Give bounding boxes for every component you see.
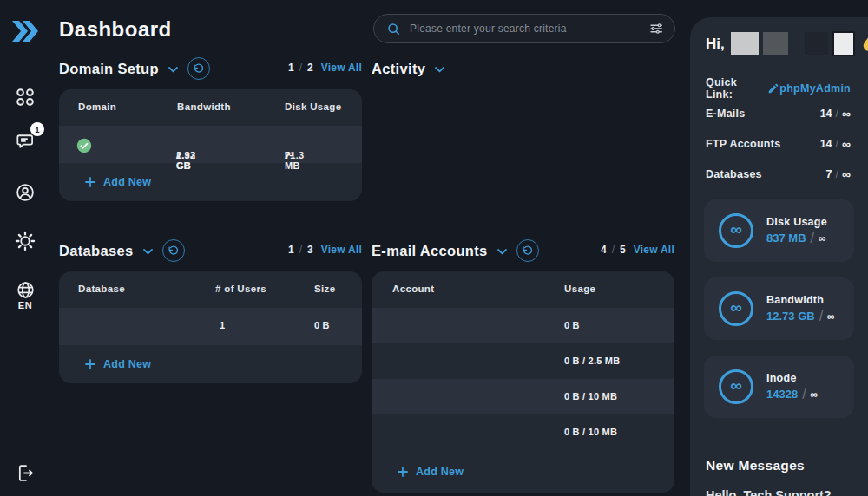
activity-collapse-toggle[interactable]	[435, 64, 444, 73]
stat-total-infinity: ∞	[842, 167, 851, 181]
stat-row-databases: Databases 7 / ∞	[706, 167, 851, 181]
stat-sep: /	[836, 168, 838, 180]
sidebar-item-settings[interactable]	[13, 229, 37, 253]
page-title: Dashboard	[59, 17, 172, 42]
redacted-username-block	[731, 32, 759, 55]
domain-setup-collapse-toggle[interactable]	[168, 64, 178, 73]
page-separator: /	[612, 244, 615, 256]
db-users-cell: 1	[220, 320, 225, 330]
email-add-new-button[interactable]: Add New	[372, 450, 674, 493]
email-accounts-title: E-mail Accounts	[372, 243, 488, 259]
databases-collapse-toggle[interactable]	[143, 246, 153, 255]
activity-header: Activity	[372, 57, 674, 80]
domain-setup-pagination: 1 / 2 View All	[288, 62, 362, 74]
redacted-username-block	[805, 32, 828, 55]
page-separator: /	[299, 62, 302, 74]
domain-setup-view-all-link[interactable]: View All	[321, 62, 362, 74]
inode-card: ∞ Inode 14328 / ∞	[704, 356, 854, 418]
message-preview[interactable]: Hello, Tech Support?	[706, 488, 832, 496]
domain-setup-header: Domain Setup 1 / 2 View All	[59, 57, 362, 80]
apps-grid-icon	[14, 86, 36, 108]
usage-card-value-line: 12.73 GB / ∞	[766, 309, 835, 324]
quick-link-label-wrap: Quick Link:	[706, 76, 779, 101]
sidebar-item-account[interactable]	[13, 180, 37, 205]
phpmyadmin-link[interactable]: phpMyAdmin	[779, 82, 851, 95]
sidebar-item-messages[interactable]: 1	[13, 128, 37, 153]
stat-used: 14	[820, 138, 832, 150]
stat-value: 7 / ∞	[826, 167, 851, 181]
double-chevron-logo-icon	[11, 16, 39, 46]
waving-hand-icon	[861, 36, 868, 53]
email-accounts-header: E-mail Accounts 4 / 5 View All	[372, 239, 674, 262]
page-total: 3	[307, 244, 313, 256]
language-label: EN	[13, 300, 37, 310]
usage-value: 14328	[766, 388, 798, 401]
chevron-down-icon	[168, 67, 178, 73]
stat-sep: /	[836, 108, 838, 120]
usage-card-text: Disk Usage 837 MB / ∞	[766, 216, 827, 246]
domain-setup-refresh-button[interactable]	[187, 57, 210, 80]
sidebar-item-apps[interactable]	[13, 85, 37, 109]
db-size-cell: 0 B	[314, 320, 330, 330]
stat-label: E-Mails	[706, 108, 746, 120]
email-accounts-refresh-button[interactable]	[516, 239, 539, 262]
unread-count-badge: 1	[30, 122, 44, 136]
chevron-down-icon	[497, 249, 507, 255]
quick-link-label: Quick Link:	[706, 76, 760, 101]
stat-sep: /	[836, 138, 838, 150]
redacted-username-block	[832, 31, 855, 56]
greeting-row: Hi,	[706, 31, 868, 56]
email-table-row[interactable]: 0 B / 2.5 MB	[372, 343, 674, 379]
domain-add-new-button[interactable]: Add New	[59, 163, 362, 201]
usage-card-title: Bandwidth	[766, 294, 835, 306]
databases-refresh-button[interactable]	[162, 239, 185, 262]
activity-title: Activity	[372, 61, 425, 77]
col-size: Size	[314, 284, 335, 294]
stat-label: FTP Accounts	[706, 138, 780, 150]
databases-view-all-link[interactable]: View All	[321, 244, 362, 256]
disk-total-infinity: ∞	[285, 147, 293, 160]
usage-total-infinity: ∞	[827, 310, 835, 323]
usage-card-text: Inode 14328 / ∞	[766, 372, 818, 402]
email-accounts-view-all-link[interactable]: View All	[634, 244, 674, 256]
usage-value: 12.73 GB	[766, 310, 815, 323]
domain-setup-title: Domain Setup	[59, 61, 159, 77]
search-filter-button[interactable]	[648, 21, 664, 36]
col-bandwidth: Bandwidth	[177, 101, 231, 112]
page-separator: /	[299, 244, 302, 256]
email-table-row[interactable]: 0 B / 10 MB	[372, 414, 674, 450]
chevron-down-icon	[435, 67, 444, 73]
database-table-row[interactable]: 1 0 B	[59, 308, 362, 345]
brand-logo[interactable]	[11, 16, 39, 49]
domain-status-ok-icon	[76, 138, 92, 155]
quick-link-row: Quick Link: phpMyAdmin	[706, 76, 851, 101]
search-input[interactable]	[410, 23, 648, 35]
bandwidth-card: ∞ Bandwidth 12.73 GB / ∞	[704, 277, 854, 340]
usage-card-text: Bandwidth 12.73 GB / ∞	[766, 294, 835, 324]
col-users: # of Users	[215, 284, 266, 294]
greeting-text: Hi,	[706, 36, 725, 53]
chevron-down-icon	[143, 249, 153, 255]
email-table-row[interactable]: 0 B	[372, 308, 674, 343]
stat-used: 14	[820, 108, 832, 120]
logout-icon	[15, 462, 36, 484]
stat-value: 14 / ∞	[820, 107, 851, 121]
domain-table-row[interactable]: 1.32 GB / 2.93 GB 71.3 MB / ∞	[59, 126, 362, 163]
email-table-row[interactable]: 0 B / 10 MB	[372, 379, 674, 414]
email-accounts-collapse-toggle[interactable]	[497, 246, 507, 255]
email-rows: 0 B 0 B / 2.5 MB 0 B / 10 MB 0 B / 10 MB	[372, 308, 674, 450]
refresh-icon	[193, 63, 204, 75]
page-total: 5	[620, 244, 626, 256]
usage-sep: /	[802, 387, 806, 402]
email-accounts-card: Account Usage 0 B 0 B / 2.5 MB 0 B / 10 …	[372, 271, 674, 493]
email-usage-cell: 0 B	[564, 320, 580, 330]
email-usage-cell: 0 B / 10 MB	[564, 427, 617, 437]
stat-label: Databases	[706, 168, 762, 180]
database-add-new-button[interactable]: Add New	[59, 345, 362, 383]
sidebar-item-logout[interactable]	[13, 460, 37, 485]
usage-card-title: Inode	[766, 372, 818, 384]
page-total: 2	[307, 62, 313, 74]
sidebar-item-language[interactable]	[13, 277, 37, 302]
edit-quick-link-button[interactable]	[767, 82, 779, 95]
col-domain: Domain	[78, 101, 116, 112]
